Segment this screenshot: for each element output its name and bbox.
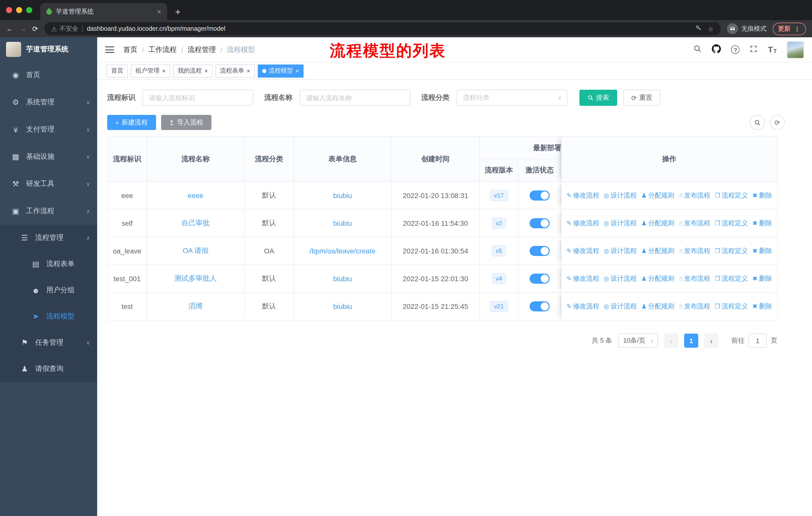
bookmark-star-icon[interactable]: ☆ bbox=[708, 25, 714, 32]
sidebar-item-process-form[interactable]: ▤ 流程表单 bbox=[0, 251, 97, 277]
breadcrumb-item[interactable]: 工作流程 bbox=[148, 45, 177, 54]
help-icon[interactable]: ? bbox=[731, 45, 740, 54]
next-page-button[interactable]: › bbox=[704, 333, 718, 348]
reset-button[interactable]: ⟳ 重置 bbox=[623, 90, 661, 106]
process-name-link[interactable]: eeee bbox=[188, 191, 203, 199]
publish-process-link[interactable]: ☝发布流程 bbox=[679, 246, 710, 255]
prev-page-button[interactable]: ‹ bbox=[664, 333, 678, 348]
font-size-icon[interactable]: T T bbox=[768, 46, 777, 54]
version-badge[interactable]: v17 bbox=[490, 190, 508, 201]
tag-close-icon[interactable]: × bbox=[247, 67, 250, 74]
publish-process-link[interactable]: ☝发布流程 bbox=[679, 219, 710, 228]
tag-close-icon[interactable]: × bbox=[162, 67, 166, 74]
tag-tenant[interactable]: 租户管理 × bbox=[131, 64, 170, 77]
search-button[interactable]: 搜索 bbox=[579, 90, 617, 106]
reload-icon[interactable]: ⟳ bbox=[32, 25, 38, 32]
modify-process-link[interactable]: ✎修改流程 bbox=[567, 274, 599, 283]
sidebar-item-user-group[interactable]: ☻ 用户分组 bbox=[0, 277, 97, 303]
form-link[interactable]: biubiu bbox=[333, 275, 352, 283]
breadcrumb-item[interactable]: 首页 bbox=[123, 45, 138, 54]
form-link[interactable]: /bpm/oa/leave/create bbox=[310, 247, 376, 255]
tag-my-process[interactable]: 我的流程 × bbox=[173, 64, 212, 77]
update-label[interactable]: 更新 bbox=[778, 24, 791, 33]
sidebar-item-process-management[interactable]: ☰ 流程管理 ∧ bbox=[0, 225, 97, 251]
page-size-select[interactable]: 10条/页 ∨ bbox=[618, 333, 658, 348]
delete-link[interactable]: ✖删除 bbox=[752, 219, 772, 228]
import-process-button[interactable]: ↥ 导入流程 bbox=[161, 115, 211, 130]
user-avatar[interactable] bbox=[787, 41, 804, 58]
process-definition-link[interactable]: ❐流程定义 bbox=[715, 219, 748, 228]
form-link[interactable]: biubiu bbox=[333, 219, 352, 227]
version-badge[interactable]: v5 bbox=[492, 245, 506, 256]
back-icon[interactable]: ← bbox=[6, 25, 13, 32]
sidebar-item-system[interactable]: ⚙ 系统管理 ∨ bbox=[0, 89, 97, 116]
tag-process-model[interactable]: 流程模型 × bbox=[258, 64, 303, 77]
maximize-window-button[interactable] bbox=[26, 7, 32, 13]
fullscreen-icon[interactable] bbox=[750, 45, 758, 55]
browser-tab[interactable]: 芋道管理系统 × bbox=[40, 3, 167, 20]
browser-update-chip[interactable]: 更新 ⋮ bbox=[773, 22, 806, 35]
assign-rule-link[interactable]: ♟分配规则 bbox=[641, 302, 674, 311]
version-badge[interactable]: v2 bbox=[492, 218, 506, 229]
status-toggle[interactable] bbox=[529, 218, 550, 228]
assign-rule-link[interactable]: ♟分配规则 bbox=[641, 219, 674, 228]
status-toggle[interactable] bbox=[529, 274, 550, 284]
process-id-input[interactable] bbox=[142, 90, 253, 106]
design-process-link[interactable]: ◎设计流程 bbox=[604, 191, 637, 200]
new-tab-button[interactable]: + bbox=[175, 7, 180, 17]
tag-process-form[interactable]: 流程表单 × bbox=[215, 64, 255, 77]
assign-rule-link[interactable]: ♟分配规则 bbox=[641, 246, 674, 255]
browser-menu-icon[interactable]: ⋮ bbox=[794, 25, 801, 32]
goto-page-input[interactable] bbox=[749, 333, 767, 348]
security-indicator[interactable]: ⚠ 不安全 bbox=[51, 24, 78, 33]
address-bar[interactable]: ⚠ 不安全 dashboard.yudao.iocoder.cn/bpm/man… bbox=[44, 22, 721, 35]
form-link[interactable]: biubiu bbox=[333, 191, 352, 199]
process-name-link[interactable]: OA 请假 bbox=[183, 246, 209, 254]
sidebar-item-process-model[interactable]: ➤ 流程模型 bbox=[0, 303, 97, 330]
sidebar-item-leave-query[interactable]: ♟ 请假查询 bbox=[0, 356, 97, 382]
delete-link[interactable]: ✖删除 bbox=[752, 246, 772, 255]
minimize-window-button[interactable] bbox=[16, 7, 22, 13]
toggle-search-button[interactable] bbox=[750, 115, 765, 130]
version-badge[interactable]: v21 bbox=[490, 301, 508, 312]
refresh-table-button[interactable]: ⟳ bbox=[770, 115, 785, 130]
version-badge[interactable]: v4 bbox=[492, 273, 506, 284]
modify-process-link[interactable]: ✎修改流程 bbox=[567, 191, 599, 200]
design-process-link[interactable]: ◎设计流程 bbox=[604, 274, 637, 283]
modify-process-link[interactable]: ✎修改流程 bbox=[567, 302, 599, 311]
breadcrumb-item[interactable]: 流程管理 bbox=[188, 45, 216, 54]
github-icon[interactable] bbox=[712, 44, 721, 55]
process-name-link[interactable]: 滔博 bbox=[188, 302, 203, 310]
process-category-select[interactable]: 流程分类 ∨ bbox=[457, 90, 567, 106]
delete-link[interactable]: ✖删除 bbox=[752, 191, 772, 200]
form-link[interactable]: biubiu bbox=[333, 302, 352, 310]
publish-process-link[interactable]: ☝发布流程 bbox=[679, 191, 710, 200]
assign-rule-link[interactable]: ♟分配规则 bbox=[641, 274, 674, 283]
sidebar-item-infrastructure[interactable]: ▦ 基础设施 ∨ bbox=[0, 143, 97, 170]
process-definition-link[interactable]: ❐流程定义 bbox=[715, 302, 748, 311]
modify-process-link[interactable]: ✎修改流程 bbox=[567, 219, 599, 228]
process-definition-link[interactable]: ❐流程定义 bbox=[715, 274, 748, 283]
search-icon[interactable] bbox=[693, 44, 702, 55]
sidebar-item-task-management[interactable]: ⚑ 任务管理 ∨ bbox=[0, 330, 97, 356]
tag-close-icon[interactable]: × bbox=[295, 67, 299, 74]
process-name-link[interactable]: 自己审批 bbox=[181, 219, 210, 227]
modify-process-link[interactable]: ✎修改流程 bbox=[567, 246, 599, 255]
sidebar-fold-icon[interactable] bbox=[105, 46, 114, 53]
process-name-input[interactable] bbox=[299, 90, 410, 106]
sidebar-item-home[interactable]: ◉ 首页 bbox=[0, 61, 97, 89]
status-toggle[interactable] bbox=[529, 246, 550, 256]
status-toggle[interactable] bbox=[529, 190, 550, 200]
url-text[interactable]: dashboard.yudao.iocoder.cn/bpm/manager/m… bbox=[87, 25, 225, 32]
delete-link[interactable]: ✖删除 bbox=[752, 302, 772, 311]
tag-close-icon[interactable]: × bbox=[204, 67, 208, 74]
delete-link[interactable]: ✖删除 bbox=[752, 274, 772, 283]
design-process-link[interactable]: ◎设计流程 bbox=[604, 302, 637, 311]
close-window-button[interactable] bbox=[6, 7, 12, 13]
forward-icon[interactable]: → bbox=[19, 25, 26, 32]
publish-process-link[interactable]: ☝发布流程 bbox=[679, 274, 710, 283]
sidebar-item-payment[interactable]: ¥ 支付管理 ∨ bbox=[0, 116, 97, 143]
tab-close-icon[interactable]: × bbox=[157, 7, 161, 16]
create-process-button[interactable]: + 新建流程 bbox=[107, 115, 156, 130]
tag-home[interactable]: 首页 bbox=[107, 64, 128, 77]
